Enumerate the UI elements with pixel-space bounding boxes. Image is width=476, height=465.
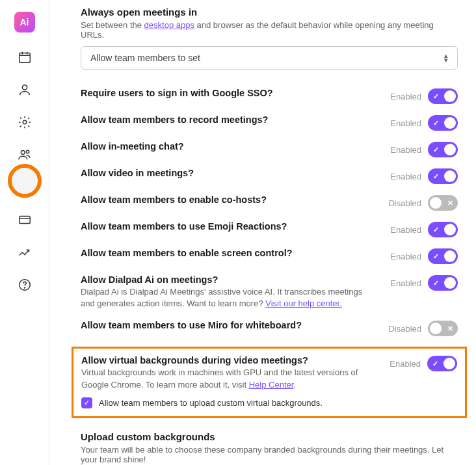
main-content: Always open meetings in Set between the … (49, 0, 476, 465)
svg-point-2 (23, 120, 27, 124)
setting-row-0: Require users to sign in with Google SSO… (81, 88, 458, 104)
setting-label: Allow virtual backgrounds during video m… (81, 355, 377, 365)
setting-row-2: Allow in-meeting chat?Enabled✓ (81, 141, 458, 157)
upload-backgrounds-section: Upload custom backgrounds Your team will… (81, 431, 458, 465)
setting-label: Allow team members to enable screen cont… (81, 248, 377, 258)
status-text: Disabled (388, 198, 421, 208)
open-meetings-select[interactable]: Allow team members to set ▴▾ (81, 46, 458, 70)
upload-custom-bg-checkbox-row: ✓ Allow team members to upload custom vi… (81, 397, 457, 408)
setting-desc: Dialpad Ai is Dialpad Ai Meetings' assis… (81, 286, 377, 310)
setting-label: Allow Dialpad Ai on meetings? (81, 274, 377, 285)
upload-custom-bg-checkbox[interactable]: ✓ (81, 397, 92, 408)
help-center-link[interactable]: Help Center (249, 380, 294, 390)
help-icon[interactable] (17, 277, 33, 293)
toggle-4[interactable]: ✕ (428, 195, 458, 211)
svg-point-8 (24, 287, 25, 288)
virtual-backgrounds-highlight: Allow virtual backgrounds during video m… (72, 347, 467, 418)
toggle-2[interactable]: ✓ (428, 142, 458, 157)
status-text: Enabled (390, 359, 421, 369)
status-text: Enabled (390, 145, 421, 155)
setting-virtual-backgrounds: Allow virtual backgrounds during video m… (81, 355, 457, 390)
status-text: Enabled (390, 252, 421, 261)
setting-label: Allow team members to enable co-hosts? (81, 194, 375, 205)
toggle-1[interactable]: ✓ (428, 115, 458, 131)
app-logo[interactable]: Ai (14, 12, 35, 33)
card-icon[interactable] (17, 212, 33, 228)
calendar-icon[interactable] (17, 49, 33, 65)
svg-rect-6 (19, 217, 30, 224)
desktop-apps-link[interactable]: desktop apps (144, 20, 194, 30)
setting-miro: Allow team members to use Miro for white… (81, 320, 458, 336)
svg-point-1 (22, 85, 27, 90)
status-text: Enabled (390, 92, 421, 101)
setting-desc: Virtual backgrounds work in machines wit… (81, 367, 377, 390)
setting-label: Allow team members to use Miro for white… (81, 320, 375, 330)
setting-label: Allow team members to use Emoji Reaction… (81, 221, 377, 232)
toggle-6[interactable]: ✓ (428, 248, 458, 264)
trend-icon[interactable] (17, 245, 33, 260)
toggle-miro[interactable]: ✕ (428, 321, 458, 336)
open-meetings-desc: Set between the desktop apps and browser… (81, 20, 458, 40)
status-text: Disabled (388, 324, 421, 334)
setting-label: Allow team members to record meetings? (81, 114, 377, 125)
setting-row-1: Allow team members to record meetings?En… (81, 114, 458, 131)
upload-desc: Your team will be able to choose these c… (81, 445, 458, 464)
select-chevrons-icon: ▴▾ (444, 53, 448, 62)
select-value: Allow team members to set (90, 53, 200, 63)
toggle-5[interactable]: ✓ (428, 222, 458, 237)
status-text: Enabled (390, 172, 421, 181)
setting-label: Allow video in meetings? (81, 168, 377, 178)
sidebar: Ai (0, 0, 49, 465)
svg-point-3 (21, 150, 25, 154)
upload-title: Upload custom backgrounds (81, 431, 458, 442)
toggle-3[interactable]: ✓ (428, 168, 458, 184)
toggle-dialpad-ai[interactable]: ✓ (428, 275, 458, 291)
setting-row-3: Allow video in meetings?Enabled✓ (81, 168, 458, 184)
svg-point-4 (26, 150, 29, 153)
setting-row-6: Allow team members to enable screen cont… (81, 248, 458, 264)
setting-label: Require users to sign in with Google SSO… (81, 88, 377, 98)
status-text: Enabled (390, 225, 421, 235)
open-meetings-section: Always open meetings in Set between the … (81, 7, 458, 70)
setting-dialpad-ai: Allow Dialpad Ai on meetings? Dialpad Ai… (81, 274, 458, 310)
svg-rect-0 (19, 53, 30, 63)
setting-row-4: Allow team members to enable co-hosts?Di… (81, 194, 458, 211)
setting-row-5: Allow team members to use Emoji Reaction… (81, 221, 458, 237)
settings-list: Require users to sign in with Google SSO… (81, 88, 458, 264)
people-icon[interactable] (17, 147, 33, 163)
nav-highlight-bg (12, 168, 38, 194)
toggle-virtual-backgrounds[interactable]: ✓ (427, 356, 457, 371)
status-text: Enabled (390, 118, 421, 128)
open-meetings-title: Always open meetings in (81, 7, 458, 18)
help-center-link[interactable]: Visit our help center. (265, 299, 342, 308)
checkbox-label: Allow team members to upload custom virt… (99, 398, 323, 408)
status-text: Enabled (390, 278, 421, 288)
setting-label: Allow in-meeting chat? (81, 141, 377, 152)
gear-icon[interactable] (17, 114, 33, 130)
toggle-0[interactable]: ✓ (428, 88, 458, 104)
person-icon[interactable] (17, 82, 33, 98)
